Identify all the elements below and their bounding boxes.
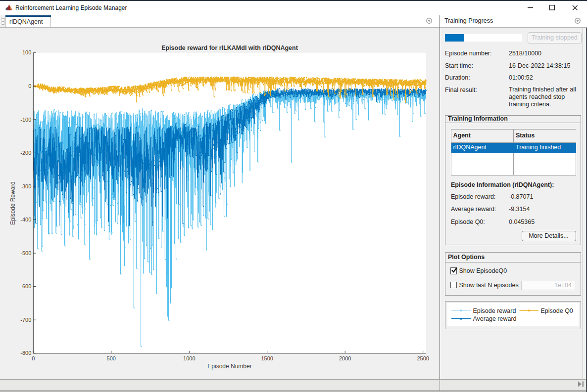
svg-text:Episode Number: Episode Number	[207, 363, 251, 370]
svg-text:-500: -500	[20, 250, 31, 256]
svg-text:-600: -600	[20, 283, 31, 289]
svg-text:Episode Reward: Episode Reward	[9, 181, 16, 225]
svg-text:1500: 1500	[261, 355, 273, 361]
svg-text:0: 0	[32, 355, 35, 361]
svg-text:2000: 2000	[339, 355, 351, 361]
svg-text:1000: 1000	[183, 355, 195, 361]
svg-text:-800: -800	[20, 350, 31, 356]
svg-text:Episode reward for rlLKAMdl wi: Episode reward for rlLKAMdl with rlDQNAg…	[161, 44, 298, 51]
svg-text:2500: 2500	[417, 355, 429, 361]
svg-text:100: 100	[22, 49, 31, 55]
svg-text:-400: -400	[20, 217, 31, 222]
svg-text:-200: -200	[20, 150, 31, 156]
svg-text:-100: -100	[20, 117, 31, 123]
svg-text:-700: -700	[20, 317, 31, 323]
svg-text:0: 0	[28, 83, 31, 89]
svg-text:-300: -300	[20, 183, 31, 189]
svg-text:500: 500	[107, 355, 116, 361]
